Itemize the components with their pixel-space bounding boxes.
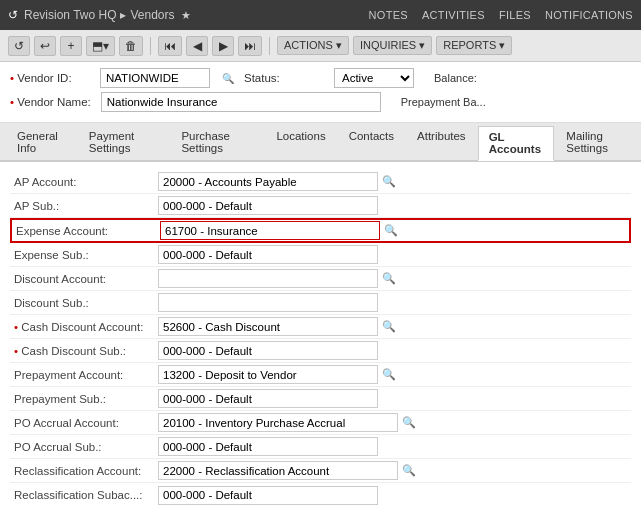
prepayment-account-input[interactable] [158, 365, 378, 384]
reclass-sub-input[interactable] [158, 486, 378, 505]
po-accrual-sub-input[interactable] [158, 437, 378, 456]
tab-gl-accounts[interactable]: GL Accounts [478, 126, 555, 161]
po-accrual-sub-row: PO Accrual Sub.: [10, 435, 631, 459]
discount-account-row: Discount Account: 🔍 [10, 267, 631, 291]
ap-sub-label: AP Sub.: [10, 200, 158, 212]
toolbar-first[interactable]: ⏮ [158, 36, 182, 56]
toolbar-refresh[interactable]: ↺ [8, 36, 30, 56]
ap-account-label: AP Account: [10, 176, 158, 188]
tab-locations[interactable]: Locations [265, 125, 336, 160]
cash-discount-account-input[interactable] [158, 317, 378, 336]
cash-discount-account-value: 🔍 [158, 317, 631, 336]
vendor-name-label: Vendor Name: [10, 96, 91, 108]
po-accrual-sub-value [158, 437, 631, 456]
reclass-sub-row: Reclassification Subac...: [10, 483, 631, 507]
reclass-account-row: Reclassification Account: 🔍 [10, 459, 631, 483]
discount-sub-row: Discount Sub.: [10, 291, 631, 315]
star-icon[interactable]: ★ [181, 9, 191, 22]
cash-discount-account-search-icon[interactable]: 🔍 [382, 320, 396, 333]
expense-account-value: 🔍 [160, 221, 629, 240]
toolbar-sep1 [150, 37, 151, 55]
nav-notes[interactable]: NOTES [369, 9, 408, 21]
po-accrual-account-input[interactable] [158, 413, 398, 432]
gl-accounts-panel: AP Account: 🔍 AP Sub.: Expense Account: … [0, 162, 641, 519]
refresh-icon[interactable]: ↺ [8, 8, 18, 22]
discount-sub-value [158, 293, 631, 312]
ap-sub-row: AP Sub.: [10, 194, 631, 218]
discount-account-input[interactable] [158, 269, 378, 288]
reclass-account-search-icon[interactable]: 🔍 [402, 464, 416, 477]
tab-attributes[interactable]: Attributes [406, 125, 477, 160]
vendor-id-input[interactable] [100, 68, 210, 88]
cash-discount-sub-row: Cash Discount Sub.: [10, 339, 631, 363]
po-accrual-account-search-icon[interactable]: 🔍 [402, 416, 416, 429]
tab-contacts[interactable]: Contacts [338, 125, 405, 160]
balance-label: Balance: [434, 72, 477, 84]
expense-account-row: Expense Account: 🔍 [10, 218, 631, 243]
discount-account-label: Discount Account: [10, 273, 158, 285]
ap-account-input[interactable] [158, 172, 378, 191]
discount-sub-label: Discount Sub.: [10, 297, 158, 309]
toolbar-last[interactable]: ⏭ [238, 36, 262, 56]
nav-links: NOTES ACTIVITIES FILES NOTIFICATIONS [369, 9, 633, 21]
cash-discount-sub-input[interactable] [158, 341, 378, 360]
separator-icon: ▸ [120, 8, 126, 22]
cash-discount-account-row: Cash Discount Account: 🔍 [10, 315, 631, 339]
reports-dropdown[interactable]: REPORTS ▾ [436, 36, 512, 55]
ap-account-row: AP Account: 🔍 [10, 170, 631, 194]
tab-purchase-settings[interactable]: Purchase Settings [170, 125, 264, 160]
company-name[interactable]: Revision Two HQ [24, 8, 116, 22]
expense-account-input[interactable] [160, 221, 380, 240]
reclass-sub-label: Reclassification Subac...: [10, 489, 158, 501]
nav-notifications[interactable]: NOTIFICATIONS [545, 9, 633, 21]
discount-account-value: 🔍 [158, 269, 631, 288]
expense-sub-row: Expense Sub.: [10, 243, 631, 267]
reclass-account-input[interactable] [158, 461, 398, 480]
prepayment-account-search-icon[interactable]: 🔍 [382, 368, 396, 381]
discount-account-search-icon[interactable]: 🔍 [382, 272, 396, 285]
toolbar-copy[interactable]: ⬒▾ [86, 36, 115, 56]
actions-dropdown[interactable]: ACTIONS ▾ [277, 36, 349, 55]
toolbar-sep2 [269, 37, 270, 55]
prepayment-label: Prepayment Ba... [401, 96, 486, 108]
ap-sub-input[interactable] [158, 196, 378, 215]
toolbar: ↺ ↩ + ⬒▾ 🗑 ⏮ ◀ ▶ ⏭ ACTIONS ▾ INQUIRIES ▾… [0, 30, 641, 62]
toolbar-prev[interactable]: ◀ [186, 36, 208, 56]
module-name[interactable]: Vendors [130, 8, 174, 22]
prepayment-sub-row: Prepayment Sub.: [10, 387, 631, 411]
tab-payment-settings[interactable]: Payment Settings [78, 125, 170, 160]
po-accrual-account-row: PO Accrual Account: 🔍 [10, 411, 631, 435]
po-accrual-account-label: PO Accrual Account: [10, 417, 158, 429]
cash-discount-account-label: Cash Discount Account: [10, 321, 158, 333]
discount-sub-input[interactable] [158, 293, 378, 312]
vendor-name-input[interactable] [101, 92, 381, 112]
ap-account-search-icon[interactable]: 🔍 [382, 175, 396, 188]
toolbar-undo[interactable]: ↩ [34, 36, 56, 56]
tab-mailing-settings[interactable]: Mailing Settings [555, 125, 640, 160]
brand-label: Revision Two HQ ▸ Vendors [24, 8, 175, 22]
po-accrual-sub-label: PO Accrual Sub.: [10, 441, 158, 453]
toolbar-delete[interactable]: 🗑 [119, 36, 143, 56]
top-nav: ↺ Revision Two HQ ▸ Vendors ★ NOTES ACTI… [0, 0, 641, 30]
nav-activities[interactable]: ACTIVITIES [422, 9, 485, 21]
expense-sub-input[interactable] [158, 245, 378, 264]
po-accrual-account-value: 🔍 [158, 413, 631, 432]
nav-files[interactable]: FILES [499, 9, 531, 21]
inquiries-dropdown[interactable]: INQUIRIES ▾ [353, 36, 432, 55]
reclass-sub-value [158, 486, 631, 505]
tabs: General Info Payment Settings Purchase S… [0, 123, 641, 162]
status-select[interactable]: Active Inactive [334, 68, 414, 88]
reclass-account-value: 🔍 [158, 461, 631, 480]
vendor-id-search-icon[interactable]: 🔍 [222, 73, 234, 84]
prepayment-sub-label: Prepayment Sub.: [10, 393, 158, 405]
toolbar-next[interactable]: ▶ [212, 36, 234, 56]
expense-account-search-icon[interactable]: 🔍 [384, 224, 398, 237]
tab-general-info[interactable]: General Info [6, 125, 77, 160]
vendor-id-label: Vendor ID: [10, 72, 90, 84]
prepayment-account-label: Prepayment Account: [10, 369, 158, 381]
prepayment-account-value: 🔍 [158, 365, 631, 384]
prepayment-sub-input[interactable] [158, 389, 378, 408]
ap-sub-value [158, 196, 631, 215]
toolbar-add[interactable]: + [60, 36, 82, 56]
ap-account-value: 🔍 [158, 172, 631, 191]
